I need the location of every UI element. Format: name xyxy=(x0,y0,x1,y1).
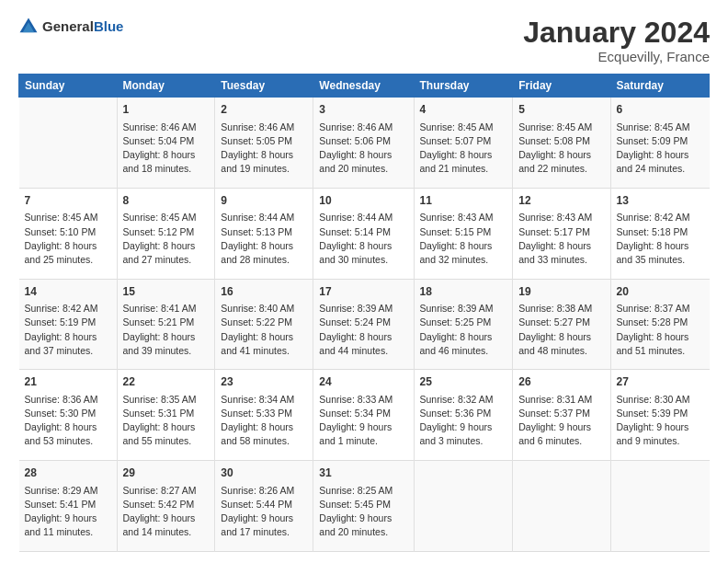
daylight-text: Daylight: 8 hours and 21 minutes. xyxy=(420,148,507,176)
logo-blue: Blue xyxy=(94,18,124,34)
week-row-2: 7Sunrise: 8:45 AMSunset: 5:10 PMDaylight… xyxy=(19,188,710,279)
daylight-text: Daylight: 8 hours and 27 minutes. xyxy=(123,239,210,267)
col-header-saturday: Saturday xyxy=(610,75,709,98)
cell-week2-day1: 7Sunrise: 8:45 AMSunset: 5:10 PMDaylight… xyxy=(19,188,118,279)
title-area: January 2024 Ecquevilly, France xyxy=(523,17,710,64)
sunset-text: Sunset: 5:36 PM xyxy=(420,407,507,420)
cell-week4-day6: 26Sunrise: 8:31 AMSunset: 5:37 PMDayligh… xyxy=(513,370,610,461)
day-number: 22 xyxy=(123,374,210,390)
sunrise-text: Sunrise: 8:40 AM xyxy=(221,302,307,316)
daylight-text: Daylight: 8 hours and 41 minutes. xyxy=(221,330,307,358)
col-header-tuesday: Tuesday xyxy=(215,75,313,98)
cell-week5-day4: 31Sunrise: 8:25 AMSunset: 5:45 PMDayligh… xyxy=(313,461,414,552)
sunset-text: Sunset: 5:10 PM xyxy=(25,225,111,239)
sunset-text: Sunset: 5:18 PM xyxy=(617,225,704,239)
cell-week1-day4: 3Sunrise: 8:46 AMSunset: 5:06 PMDaylight… xyxy=(313,98,414,189)
sunset-text: Sunset: 5:05 PM xyxy=(221,134,307,148)
sunset-text: Sunset: 5:22 PM xyxy=(221,316,307,329)
cell-week3-day1: 14Sunrise: 8:42 AMSunset: 5:19 PMDayligh… xyxy=(19,279,118,370)
sunrise-text: Sunrise: 8:33 AM xyxy=(319,393,407,407)
sunrise-text: Sunrise: 8:44 AM xyxy=(319,211,407,224)
sunset-text: Sunset: 5:21 PM xyxy=(123,316,210,329)
sunrise-text: Sunrise: 8:35 AM xyxy=(123,393,210,407)
sunset-text: Sunset: 5:07 PM xyxy=(420,134,507,148)
day-number: 12 xyxy=(518,193,604,209)
sunset-text: Sunset: 5:42 PM xyxy=(123,498,210,511)
sunrise-text: Sunrise: 8:38 AM xyxy=(518,302,604,316)
sunset-text: Sunset: 5:33 PM xyxy=(221,407,307,420)
day-number: 17 xyxy=(319,284,407,300)
cell-week3-day3: 16Sunrise: 8:40 AMSunset: 5:22 PMDayligh… xyxy=(215,279,313,370)
sunrise-text: Sunrise: 8:41 AM xyxy=(123,302,210,316)
sunset-text: Sunset: 5:09 PM xyxy=(617,134,704,148)
sunrise-text: Sunrise: 8:25 AM xyxy=(319,484,407,498)
header-row: SundayMondayTuesdayWednesdayThursdayFrid… xyxy=(19,75,710,98)
cell-week1-day5: 4Sunrise: 8:45 AMSunset: 5:07 PMDaylight… xyxy=(414,98,513,189)
day-number: 2 xyxy=(221,102,307,118)
daylight-text: Daylight: 8 hours and 22 minutes. xyxy=(518,148,604,176)
daylight-text: Daylight: 8 hours and 53 minutes. xyxy=(25,420,111,448)
sunset-text: Sunset: 5:27 PM xyxy=(518,316,604,329)
logo-icon xyxy=(18,17,39,37)
sunset-text: Sunset: 5:06 PM xyxy=(319,134,407,148)
sunset-text: Sunset: 5:08 PM xyxy=(518,134,604,148)
cell-week5-day6 xyxy=(513,461,610,552)
sunrise-text: Sunrise: 8:34 AM xyxy=(221,393,307,407)
sunrise-text: Sunrise: 8:30 AM xyxy=(617,393,704,407)
sunset-text: Sunset: 5:04 PM xyxy=(123,134,210,148)
day-number: 31 xyxy=(319,465,407,481)
daylight-text: Daylight: 9 hours and 3 minutes. xyxy=(420,420,507,448)
daylight-text: Daylight: 9 hours and 17 minutes. xyxy=(221,511,307,539)
day-number: 21 xyxy=(25,374,111,390)
daylight-text: Daylight: 8 hours and 55 minutes. xyxy=(123,420,210,448)
day-number: 27 xyxy=(617,374,704,390)
day-number: 20 xyxy=(617,284,704,300)
day-number: 18 xyxy=(420,284,507,300)
day-number: 5 xyxy=(518,102,604,118)
sunset-text: Sunset: 5:34 PM xyxy=(319,407,407,420)
sunrise-text: Sunrise: 8:44 AM xyxy=(221,211,307,224)
sunrise-text: Sunrise: 8:45 AM xyxy=(420,121,507,134)
cell-week2-day4: 10Sunrise: 8:44 AMSunset: 5:14 PMDayligh… xyxy=(313,188,414,279)
daylight-text: Daylight: 8 hours and 48 minutes. xyxy=(518,330,604,358)
cell-week1-day3: 2Sunrise: 8:46 AMSunset: 5:05 PMDaylight… xyxy=(215,98,313,189)
daylight-text: Daylight: 9 hours and 20 minutes. xyxy=(319,511,407,539)
daylight-text: Daylight: 8 hours and 32 minutes. xyxy=(420,239,507,267)
daylight-text: Daylight: 8 hours and 33 minutes. xyxy=(518,239,604,267)
day-number: 13 xyxy=(617,193,704,209)
sunrise-text: Sunrise: 8:36 AM xyxy=(25,393,111,407)
daylight-text: Daylight: 8 hours and 30 minutes. xyxy=(319,239,407,267)
day-number: 15 xyxy=(123,284,210,300)
col-header-wednesday: Wednesday xyxy=(313,75,414,98)
cell-week2-day3: 9Sunrise: 8:44 AMSunset: 5:13 PMDaylight… xyxy=(215,188,313,279)
sunrise-text: Sunrise: 8:42 AM xyxy=(25,302,111,316)
daylight-text: Daylight: 8 hours and 37 minutes. xyxy=(25,330,111,358)
page-title: January 2024 xyxy=(523,17,710,49)
day-number: 6 xyxy=(617,102,704,118)
day-number: 4 xyxy=(420,102,507,118)
day-number: 16 xyxy=(221,284,307,300)
cell-week1-day7: 6Sunrise: 8:45 AMSunset: 5:09 PMDaylight… xyxy=(610,98,709,189)
sunset-text: Sunset: 5:15 PM xyxy=(420,225,507,239)
cell-week4-day1: 21Sunrise: 8:36 AMSunset: 5:30 PMDayligh… xyxy=(19,370,118,461)
daylight-text: Daylight: 9 hours and 11 minutes. xyxy=(25,511,111,539)
cell-week5-day1: 28Sunrise: 8:29 AMSunset: 5:41 PMDayligh… xyxy=(19,461,118,552)
sunrise-text: Sunrise: 8:42 AM xyxy=(617,211,704,224)
day-number: 26 xyxy=(518,374,604,390)
sunset-text: Sunset: 5:12 PM xyxy=(123,225,210,239)
sunset-text: Sunset: 5:13 PM xyxy=(221,225,307,239)
daylight-text: Daylight: 8 hours and 39 minutes. xyxy=(123,330,210,358)
cell-week1-day6: 5Sunrise: 8:45 AMSunset: 5:08 PMDaylight… xyxy=(513,98,610,189)
sunrise-text: Sunrise: 8:27 AM xyxy=(123,484,210,498)
cell-week3-day4: 17Sunrise: 8:39 AMSunset: 5:24 PMDayligh… xyxy=(313,279,414,370)
sunrise-text: Sunrise: 8:43 AM xyxy=(518,211,604,224)
sunset-text: Sunset: 5:14 PM xyxy=(319,225,407,239)
col-header-monday: Monday xyxy=(117,75,215,98)
sunrise-text: Sunrise: 8:46 AM xyxy=(221,121,307,134)
daylight-text: Daylight: 8 hours and 28 minutes. xyxy=(221,239,307,267)
cell-week1-day1 xyxy=(19,98,118,189)
cell-week5-day3: 30Sunrise: 8:26 AMSunset: 5:44 PMDayligh… xyxy=(215,461,313,552)
daylight-text: Daylight: 8 hours and 51 minutes. xyxy=(617,330,704,358)
daylight-text: Daylight: 8 hours and 24 minutes. xyxy=(617,148,704,176)
day-number: 8 xyxy=(123,193,210,209)
